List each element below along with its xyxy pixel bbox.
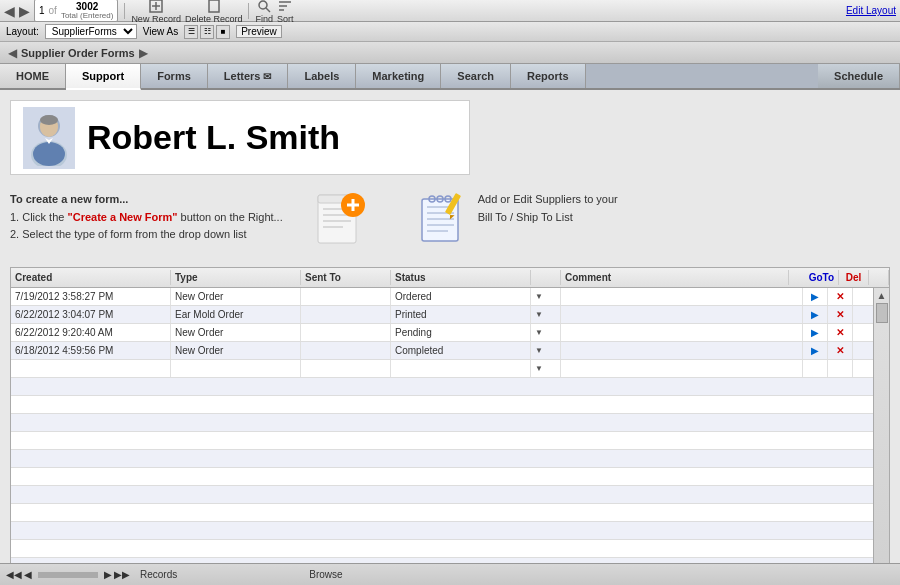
cell-del-1[interactable]: ✕ [828, 306, 853, 323]
goto-button-1[interactable]: ▶ [807, 308, 823, 322]
view-icon-button[interactable]: ■ [216, 25, 230, 39]
find-button[interactable]: Find [255, 0, 273, 24]
scroll-up-button[interactable]: ▲ [877, 290, 887, 301]
svg-point-6 [259, 1, 267, 9]
tab-home[interactable]: HOME [0, 64, 66, 88]
cell-status-3: Completed [391, 342, 531, 359]
cell-status-0: Ordered [391, 288, 531, 305]
sort-button[interactable]: Sort [277, 0, 294, 24]
nav-forward-icon[interactable]: ▶ [19, 3, 30, 19]
table-row-empty [11, 468, 873, 486]
header-comment: Comment [561, 270, 789, 285]
layout-select[interactable]: SupplierForms [45, 24, 137, 39]
status-nav-next[interactable]: ▶ [104, 569, 112, 580]
tab-letters[interactable]: Letters ✉ [208, 64, 289, 88]
view-list-button[interactable]: ☰ [184, 25, 198, 39]
header-status-arrow [531, 270, 561, 285]
instructions-text: To create a new form... 1. Click the "Cr… [10, 191, 283, 244]
scrollbar[interactable]: ▲ [873, 288, 889, 563]
cell-goto-1[interactable]: ▶ [803, 306, 828, 323]
nav-back-icon[interactable]: ◀ [4, 3, 15, 19]
instructions-title: To create a new form... [10, 191, 283, 209]
cell-goto-2[interactable]: ▶ [803, 324, 828, 341]
svg-point-14 [33, 142, 65, 166]
instructions-step2: 2. Select the type of form from the drop… [10, 226, 283, 244]
instructions-step1: 1. Click the "Create a New Form" button … [10, 209, 283, 227]
cell-dropdown-3[interactable]: ▼ [531, 342, 561, 359]
status-nav-last[interactable]: ▶▶ [114, 569, 130, 580]
tab-reports[interactable]: Reports [511, 64, 586, 88]
delete-button-0[interactable]: ✕ [832, 290, 848, 304]
tab-marketing[interactable]: Marketing [356, 64, 441, 88]
status-dropdown-arrow-3[interactable]: ▼ [535, 346, 543, 355]
cell-comment-2 [561, 324, 803, 341]
status-dropdown-arrow-2[interactable]: ▼ [535, 328, 543, 337]
edit-layout-link[interactable]: Edit Layout [846, 5, 896, 16]
view-table-button[interactable]: ☷ [200, 25, 214, 39]
person-name: Robert L. Smith [87, 118, 340, 157]
goto-button-2[interactable]: ▶ [807, 326, 823, 340]
nav-bar: ◀ Supplier Order Forms ▶ [0, 42, 900, 64]
cell-type-0: New Order [171, 288, 301, 305]
cell-created-3: 6/18/2012 4:59:56 PM [11, 342, 171, 359]
status-records-label: Records [140, 569, 177, 580]
new-record-icon [148, 0, 164, 14]
tab-search[interactable]: Search [441, 64, 511, 88]
scroll-thumb[interactable] [876, 303, 888, 323]
status-dropdown-arrow-4[interactable]: ▼ [535, 364, 543, 373]
table-row: 6/18/2012 4:59:56 PM New Order Completed… [11, 342, 873, 360]
cell-dropdown-4[interactable]: ▼ [531, 360, 561, 377]
table-row: ▼ [11, 360, 873, 378]
tab-forms[interactable]: Forms [141, 64, 208, 88]
separator1 [124, 3, 125, 19]
status-dropdown-arrow-0[interactable]: ▼ [535, 292, 543, 301]
table-row: 6/22/2012 9:20:40 AM New Order Pending ▼… [11, 324, 873, 342]
cell-goto-3[interactable]: ▶ [803, 342, 828, 359]
record-total-label: Total (Entered) [61, 12, 113, 21]
delete-button-2[interactable]: ✕ [832, 326, 848, 340]
nav-right-arrow[interactable]: ▶ [139, 46, 148, 60]
cell-del-0[interactable]: ✕ [828, 288, 853, 305]
header-sent-to: Sent To [301, 270, 391, 285]
cell-type-2: New Order [171, 324, 301, 341]
find-label: Find [255, 14, 273, 24]
status-nav-prev[interactable]: ◀ [24, 569, 32, 580]
cell-dropdown-1[interactable]: ▼ [531, 306, 561, 323]
goto-button-0[interactable]: ▶ [807, 290, 823, 304]
table-row-empty [11, 486, 873, 504]
cell-status-2: Pending [391, 324, 531, 341]
cell-del-2[interactable]: ✕ [828, 324, 853, 341]
cell-del-3[interactable]: ✕ [828, 342, 853, 359]
goto-button-3[interactable]: ▶ [807, 344, 823, 358]
delete-button-1[interactable]: ✕ [832, 308, 848, 322]
header-goto: GoTo [789, 270, 839, 285]
status-slider[interactable] [38, 572, 98, 578]
status-dropdown-arrow-1[interactable]: ▼ [535, 310, 543, 319]
cell-comment-1 [561, 306, 803, 323]
record-number: 1 [39, 5, 45, 16]
status-nav-first[interactable]: ◀◀ [6, 569, 22, 580]
person-avatar-image [27, 110, 71, 166]
svg-line-7 [266, 8, 270, 12]
delete-record-button[interactable]: Delete Record [185, 0, 243, 24]
status-nav: ◀◀ ◀ ▶ ▶▶ [6, 569, 130, 580]
cell-goto-0[interactable]: ▶ [803, 288, 828, 305]
tabs-bar: HOME Support Forms Letters ✉ Labels Mark… [0, 64, 900, 90]
table-row-empty [11, 540, 873, 558]
cell-created-1: 6/22/2012 3:04:07 PM [11, 306, 171, 323]
cell-sent-to-4 [301, 360, 391, 377]
new-record-button[interactable]: New Record [131, 0, 181, 24]
sort-icon [277, 0, 293, 14]
nav-left-arrow[interactable]: ◀ [8, 46, 17, 60]
cell-dropdown-2[interactable]: ▼ [531, 324, 561, 341]
tab-support[interactable]: Support [66, 64, 141, 90]
cell-sent-to-0 [301, 288, 391, 305]
nav-title: Supplier Order Forms [21, 47, 135, 59]
delete-record-label: Delete Record [185, 14, 243, 24]
tab-schedule[interactable]: Schedule [818, 64, 900, 88]
cell-dropdown-0[interactable]: ▼ [531, 288, 561, 305]
delete-button-3[interactable]: ✕ [832, 344, 848, 358]
tab-labels[interactable]: Labels [288, 64, 356, 88]
cell-goto-4 [803, 360, 828, 377]
preview-button[interactable]: Preview [236, 25, 282, 38]
